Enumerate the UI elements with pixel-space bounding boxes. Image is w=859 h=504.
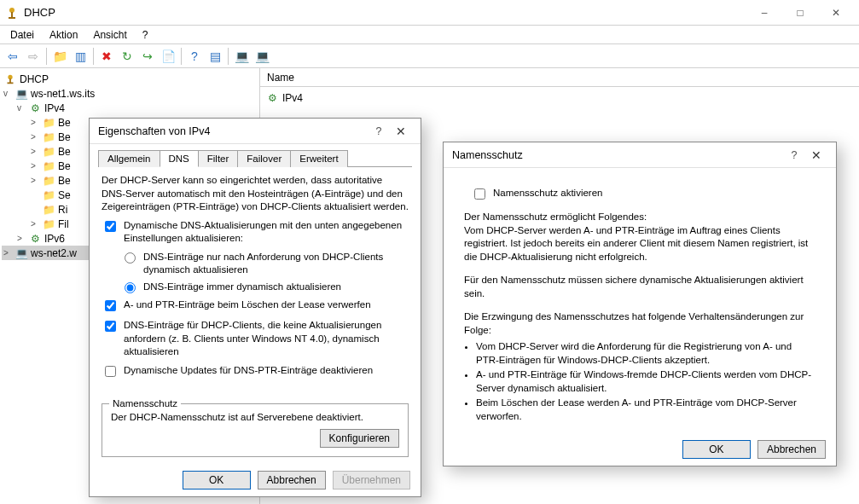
fieldset-legend: Namensschutz xyxy=(109,397,181,411)
maximize-button[interactable]: □ xyxy=(782,2,818,24)
collapse-icon[interactable]: v xyxy=(17,103,26,113)
radio-on-request[interactable] xyxy=(125,252,136,264)
expand-icon[interactable]: > xyxy=(3,248,12,258)
menu-action[interactable]: Aktion xyxy=(43,27,84,43)
chk-dynamic-updates-label: Dynamische DNS-Aktualisierungen mit den … xyxy=(124,219,409,246)
dialog-ipv4-properties: Eigenschaften von IPv4 ? ✕ Allgemein DNS… xyxy=(89,118,421,497)
p3: Für den Namensschutz müssen sichere dyna… xyxy=(464,274,815,300)
expand-icon[interactable]: > xyxy=(31,176,39,185)
list-header-name[interactable]: Name xyxy=(260,68,859,87)
folder-icon: 📁 xyxy=(42,188,55,202)
svg-rect-1 xyxy=(11,12,13,18)
menu-help[interactable]: ? xyxy=(136,27,155,43)
dialog-titlebar[interactable]: Eigenschaften von IPv4 ? ✕ xyxy=(90,119,421,144)
close-icon[interactable]: ✕ xyxy=(805,148,827,162)
consequences-list: Vom DHCP-Server wird die Anforderung für… xyxy=(476,340,815,423)
p1: Der Namensschutz ermöglicht Folgendes: xyxy=(464,211,815,224)
help-icon[interactable]: ? xyxy=(185,47,204,66)
svg-rect-5 xyxy=(8,82,14,84)
ipv4-icon: ⚙ xyxy=(28,101,42,115)
close-icon[interactable]: ✕ xyxy=(390,125,412,138)
tree-label: IPv6 xyxy=(44,233,65,245)
folder-up-icon[interactable]: 📁 xyxy=(50,47,69,66)
menu-view[interactable]: Ansicht xyxy=(86,27,133,43)
chk-noupdate-clients-label: DNS-Einträge für DHCP-Clients, die keine… xyxy=(124,319,409,359)
list-icon[interactable]: ▤ xyxy=(206,47,224,66)
expand-icon[interactable]: > xyxy=(31,118,39,127)
configure-button[interactable]: Konfigurieren xyxy=(320,429,399,448)
folder-icon: 📁 xyxy=(42,174,55,188)
tree-label: DHCP xyxy=(20,73,49,85)
forward-icon[interactable]: ⇨ xyxy=(24,47,43,66)
menu-bar: Datei Aktion Ansicht ? xyxy=(0,26,859,44)
cancel-button[interactable]: Abbrechen xyxy=(258,471,326,490)
title-bar: DHCP – □ ✕ xyxy=(0,0,859,26)
export-icon[interactable]: ↪ xyxy=(138,47,157,66)
tree-label: ws-net1.ws.its xyxy=(31,88,95,100)
server-icon: 💻 xyxy=(15,87,28,101)
tab-advanced[interactable]: Erweitert xyxy=(290,150,347,167)
tab-dns[interactable]: DNS xyxy=(160,150,199,167)
help-icon[interactable]: ? xyxy=(783,149,805,161)
separator xyxy=(181,48,182,65)
list-item[interactable]: ⚙ IPv4 xyxy=(265,90,854,105)
dialog-button-row: OK Abbrechen xyxy=(444,433,836,466)
menu-file[interactable]: Datei xyxy=(3,27,41,43)
chk-disable-ptr-label: Dynamische Updates für DNS-PTR-Einträge … xyxy=(124,364,373,378)
minimize-button[interactable]: – xyxy=(746,2,782,24)
tree-label: Ri xyxy=(58,204,67,216)
ok-button[interactable]: OK xyxy=(183,471,251,490)
delete-icon[interactable]: ✖ xyxy=(97,47,116,66)
chk-noupdate-clients[interactable] xyxy=(105,321,116,332)
intro-text: Der DHCP-Server kann so eingerichtet wer… xyxy=(102,174,409,214)
back-icon[interactable]: ⇦ xyxy=(3,47,22,66)
expand-icon[interactable]: > xyxy=(31,147,39,156)
tree-server1[interactable]: v 💻 ws-net1.ws.its xyxy=(2,86,258,101)
p2: Vom DHCP-Server werden A- und PTR-Einträ… xyxy=(464,224,815,264)
scope-active-icon[interactable]: 💻 xyxy=(232,47,251,66)
refresh-icon[interactable]: ↻ xyxy=(118,47,136,66)
dialog-nameprotect: Namensschutz ? ✕ Namensschutz aktivieren… xyxy=(443,142,837,466)
radio-always[interactable] xyxy=(125,282,136,293)
tree-label: Be xyxy=(58,117,71,129)
tree-ipv4[interactable]: v ⚙ IPv4 xyxy=(2,101,258,115)
close-button[interactable]: ✕ xyxy=(818,2,854,24)
tree-label: Be xyxy=(58,175,71,187)
folder-icon: 📁 xyxy=(42,217,55,231)
tab-general[interactable]: Allgemein xyxy=(98,150,160,167)
collapse-icon[interactable]: v xyxy=(3,89,12,98)
separator xyxy=(228,48,229,65)
separator xyxy=(46,48,47,65)
dialog-titlebar[interactable]: Namensschutz ? ✕ xyxy=(444,142,836,168)
app-icon xyxy=(5,6,19,20)
p4: Die Erzwingung des Namensschutzes hat fo… xyxy=(464,310,815,337)
expand-icon[interactable]: > xyxy=(31,219,39,229)
tree-root[interactable]: DHCP xyxy=(2,72,258,86)
bullet: A- und PTR-Einträge für Windows-fremde D… xyxy=(476,368,815,395)
folder-icon: 📁 xyxy=(42,145,55,159)
expand-icon[interactable]: > xyxy=(31,161,39,171)
ok-button[interactable]: OK xyxy=(682,440,751,459)
toolbar: ⇦ ⇨ 📁 ▥ ✖ ↻ ↪ 📄 ? ▤ 💻 💻 xyxy=(0,44,859,68)
properties-icon[interactable]: 📄 xyxy=(159,47,177,66)
chk-dynamic-updates[interactable] xyxy=(105,221,116,232)
tree-label: Be xyxy=(58,131,71,143)
list-body: ⚙ IPv4 xyxy=(260,87,859,108)
scope-inactive-icon[interactable]: 💻 xyxy=(252,47,271,66)
separator xyxy=(93,48,94,65)
tree-label: Be xyxy=(58,160,71,172)
fieldset-text: Der DHCP-Namensschutz ist auf Servereben… xyxy=(111,411,399,425)
expand-icon[interactable]: > xyxy=(31,132,39,142)
chk-discard[interactable] xyxy=(105,300,116,311)
dialog-body: Namensschutz aktivieren Der Namensschutz… xyxy=(444,168,836,433)
cancel-button[interactable]: Abbrechen xyxy=(757,440,826,459)
bullet: Beim Löschen der Lease werden A- und PTR… xyxy=(476,397,815,423)
tab-filter[interactable]: Filter xyxy=(198,150,239,167)
apply-button[interactable]: Übernehmen xyxy=(333,471,410,490)
tab-failover[interactable]: Failover xyxy=(237,150,291,167)
chk-enable-nameprotect[interactable] xyxy=(474,188,485,200)
chk-disable-ptr[interactable] xyxy=(105,366,116,377)
help-icon[interactable]: ? xyxy=(368,125,390,137)
expand-icon[interactable]: > xyxy=(17,234,26,243)
view-pane-icon[interactable]: ▥ xyxy=(71,47,90,66)
